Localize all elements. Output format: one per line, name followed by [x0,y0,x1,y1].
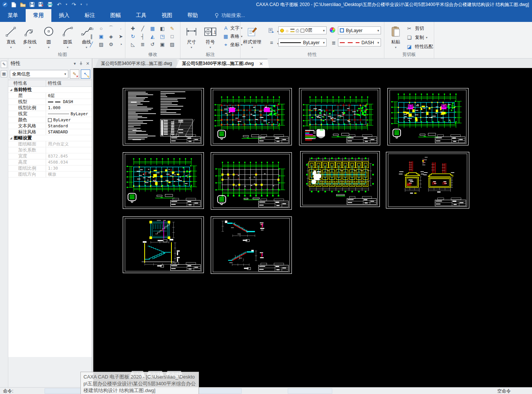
rotate-copy-icon[interactable]: ↻ [129,33,137,40]
function-search[interactable]: 功能搜索... [214,9,245,22]
property-value[interactable] [46,147,92,153]
多段线-button[interactable]: 多段线▾ [21,24,39,51]
尺寸-button[interactable]: 尺寸▾ [183,24,200,51]
menu-item-菜单[interactable]: 菜单 [0,9,26,22]
block-icon[interactable]: ◈ [107,33,115,40]
menu-item-帮助[interactable]: 帮助 [180,9,205,22]
region-icon[interactable]: ▨ [168,41,176,48]
pick-arrow-icon[interactable]: ➤ [117,33,125,40]
menu-item-插入[interactable]: 插入 [51,9,77,22]
rect-select-icon[interactable]: □ [168,33,176,40]
tab-close-icon[interactable]: ✕ [259,61,263,66]
trim-icon[interactable]: ╱ [139,25,146,32]
menu-item-视图[interactable]: 视图 [154,9,180,22]
mirror-icon[interactable]: ◭ [149,33,156,40]
chamfer-icon[interactable]: ◺ [129,41,137,48]
layers-palette-tab-icon[interactable]: ▦ [1,70,7,77]
property-group-当前特性[interactable]: ◢当前特性 [8,87,92,93]
explode-icon[interactable]: ▣ [159,41,166,48]
stretch-icon[interactable]: ◧ [159,25,166,32]
undo-icon[interactable]: ↶ [56,2,62,8]
color-wheel-icon[interactable] [330,27,335,33]
properties-palette-tab-icon[interactable]: ✎ [1,61,7,68]
parallel-icon[interactable]: ∥ [88,33,95,40]
property-value[interactable]: 横放 [46,172,92,177]
hatch-icon[interactable]: ▨ [97,41,105,48]
ellipse-icon[interactable]: ○ [97,25,105,32]
print-icon[interactable] [47,2,53,8]
menu-item-工具[interactable]: 工具 [128,9,154,22]
fit-curve-icon[interactable]: ⌒ [107,25,115,32]
property-value[interactable]: DASH [46,99,92,105]
menubar: 菜单常用插入标注图幅工具视图帮助 功能搜索... [0,9,532,22]
property-value[interactable]: 0层 [46,93,92,99]
property-value[interactable]: 用户自定义 [46,141,92,147]
offset-icon[interactable]: ≣ [139,41,146,48]
open-file-icon[interactable] [20,2,26,8]
menu-item-标注[interactable]: 标注 [77,9,103,22]
new-file-icon[interactable] [11,2,17,8]
ribbon-group-properties: 样式管理 ▾ ▾ ☼ ⎙ 0层 ▾ ByLayer ▾ [241,22,384,58]
paste-button[interactable]: 粘贴 ▾ [388,24,403,51]
command-prompt[interactable]: 命令: [3,388,13,394]
command-status: 空命令 [497,388,511,394]
drawing-canvas[interactable]: 模型布局1布局2 [93,68,532,387]
property-value[interactable]: ByLayer [46,111,92,117]
ribbon-group-modify: ✚╱▦◧✎↻┤◭◳□◺≣↺▣▨ 修改 [125,22,180,58]
scope-selector[interactable]: 全局信息 ▾ [10,70,68,78]
break-icon[interactable]: ┤ [139,33,146,40]
panel-pin-icon[interactable] [79,61,83,66]
property-value[interactable]: 1.000 [46,105,92,111]
rectangle-icon[interactable]: ▭ [88,25,95,32]
圆-button[interactable]: 圆▾ [40,24,57,51]
corner-icon[interactable]: ◳ [159,33,166,40]
quick-select-button[interactable]: ↖ϟ [81,70,90,79]
符号-button[interactable]: .1符号▾ [202,24,219,51]
document-tab[interactable]: 某公司5层3400平米综...施工图.dwg✕ [176,59,269,68]
layer-combo[interactable]: ☼ ⎙ 0层 ▾ [278,26,327,34]
redo-drop-icon[interactable]: ▾ [80,2,83,8]
redo-icon[interactable]: ↷ [71,2,77,8]
property-group-图幅设置[interactable]: ◢图幅设置 [8,135,92,141]
圆弧-button[interactable]: 圆弧▾ [59,24,76,51]
pie-icon[interactable]: ◔ [117,41,125,48]
sheet-3-plan-detail [299,88,380,145]
match-properties-button[interactable]: ◪特性匹配 [406,43,433,50]
property-value[interactable]: Standard [46,123,92,129]
point-icon[interactable]: · [117,25,125,32]
直线-button[interactable]: 直线▾ [2,24,20,51]
property-value[interactable]: 4508.034 [46,159,92,165]
copy-button[interactable]: ❏复制▾ [406,34,433,41]
property-value[interactable]: 1:30 [46,165,92,171]
property-value[interactable]: ByLayer [46,117,92,123]
edit-pencil-icon[interactable]: ✎ [168,25,176,32]
save-as-icon[interactable] [38,2,44,8]
linetype-icon[interactable]: ≣ [330,39,338,46]
document-tab[interactable]: 某公司5层3400平米综...施工图.dwg [95,59,178,68]
properties-panel-title: 特性 [11,60,20,67]
rotate-icon[interactable]: ↺ [149,41,156,48]
panel-menu-icon[interactable]: ▾ [74,61,76,66]
toolbar-options-icon[interactable]: ▿ [85,2,88,8]
edit-cancel-button[interactable]: ✎✕ [70,70,79,79]
style-manager-button[interactable]: 样式管理 ▾ [244,24,261,51]
linewidth-combo[interactable]: ByLayer ▾ [278,39,327,46]
array-icon[interactable]: ▦ [149,25,156,32]
move-icon[interactable]: ✚ [129,25,137,32]
panel-close-icon[interactable]: ✕ [86,61,89,66]
segment-icon[interactable]: ╱ [88,41,95,48]
color-combo[interactable]: ByLayer ▾ [338,26,381,34]
cut-button[interactable]: ✂剪切 [406,25,433,32]
gear-icon[interactable]: ⚙ [107,41,115,48]
menu-item-常用[interactable]: 常用 [26,9,51,22]
表格-button[interactable]: ▦表格▾ [223,33,242,40]
save-icon[interactable] [29,2,35,8]
坐标-button[interactable]: ⌖坐标▾ [223,42,242,48]
文字-button[interactable]: A文字▾ [223,25,242,31]
undo-drop-icon[interactable]: ▾ [65,2,68,8]
menu-item-图幅[interactable]: 图幅 [103,9,128,22]
property-value[interactable]: 8372.845 [46,153,92,159]
property-value[interactable]: STANDARD [46,129,92,135]
polygon-icon[interactable]: ▣ [97,33,105,40]
linetype-combo[interactable]: DASH ▾ [338,39,381,46]
